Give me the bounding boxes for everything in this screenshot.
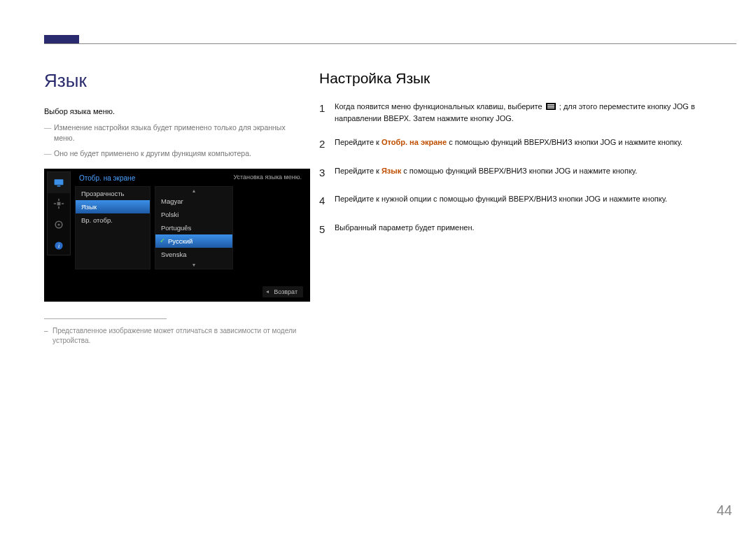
osd-lang-item-selected: Русский bbox=[155, 234, 232, 248]
header-accent-block bbox=[44, 35, 79, 43]
page-number: 44 bbox=[717, 503, 732, 519]
section-title-config: Настройка Язык bbox=[319, 70, 732, 87]
step-text-before: Выбранный параметр будет применен. bbox=[335, 223, 475, 232]
step-text: Выбранный параметр будет применен. bbox=[335, 222, 732, 234]
osd-menu-item-selected: Язык bbox=[76, 200, 150, 213]
svg-rect-6 bbox=[62, 203, 64, 204]
step: 4 Перейдите к нужной опции с помощью фун… bbox=[319, 193, 732, 209]
step-text: Перейдите к Язык с помощью функций ВВЕРХ… bbox=[335, 165, 732, 177]
menu-icon bbox=[546, 103, 556, 110]
svg-rect-0 bbox=[55, 179, 64, 185]
svg-rect-2 bbox=[57, 202, 61, 206]
osd-menu-item: Вр. отобр. bbox=[76, 213, 150, 227]
step-number: 2 bbox=[319, 136, 335, 153]
step-number: 5 bbox=[319, 222, 335, 238]
gear-icon bbox=[48, 214, 70, 235]
osd-lang-panel: ▴ Magyar Polski Português Русский Svensk… bbox=[155, 186, 233, 269]
step: 2 Перейдите к Отобр. на экране с помощью… bbox=[319, 136, 732, 153]
position-icon bbox=[48, 193, 70, 214]
osd-back-button: Возврат bbox=[262, 286, 303, 297]
monitor-icon bbox=[48, 172, 70, 193]
step-text-after: с помощью функций ВВЕРХ/ВНИЗ кнопки JOG … bbox=[449, 138, 682, 146]
svg-point-8 bbox=[57, 223, 59, 225]
step: 5 Выбранный параметр будет применен. bbox=[319, 222, 732, 238]
right-column: Настройка Язык 1 Когда появится меню фун… bbox=[319, 70, 732, 250]
svg-rect-14 bbox=[547, 108, 554, 108]
osd-menu-item: Прозрачность bbox=[76, 187, 150, 200]
osd-menu-panel: Прозрачность Язык Вр. отобр. bbox=[75, 186, 150, 269]
svg-rect-13 bbox=[547, 106, 554, 106]
step-text: Перейдите к нужной опции с помощью функц… bbox=[335, 193, 732, 205]
osd-lang-item: Magyar bbox=[155, 195, 232, 208]
step-text-before: Когда появится меню функциональных клави… bbox=[335, 102, 545, 111]
step-text-after: с помощью функций ВВЕРХ/ВНИЗ кнопки JOG … bbox=[403, 167, 637, 175]
step-accent: Отобр. на экране bbox=[382, 138, 447, 146]
svg-rect-12 bbox=[547, 104, 554, 105]
svg-text:i: i bbox=[58, 243, 59, 249]
svg-rect-4 bbox=[58, 206, 59, 209]
osd-screenshot: i Отобр. на экране Установка языка меню.… bbox=[44, 169, 310, 302]
footnote-divider bbox=[44, 318, 167, 319]
svg-rect-1 bbox=[57, 185, 61, 187]
left-column: Язык Выбор языка меню. Изменение настрой… bbox=[44, 70, 300, 346]
osd-lang-item: Português bbox=[155, 221, 232, 234]
svg-rect-5 bbox=[54, 203, 56, 204]
osd-lang-item: Polski bbox=[155, 208, 232, 221]
step-number: 4 bbox=[319, 193, 335, 209]
osd-sidebar: i bbox=[47, 171, 71, 255]
step-text-before: Перейдите к bbox=[335, 138, 382, 146]
footnote: Представленное изображение может отличат… bbox=[44, 326, 300, 346]
step-text-before: Перейдите к bbox=[335, 167, 382, 175]
step-number: 3 bbox=[319, 165, 335, 181]
step: 1 Когда появится меню функциональных кла… bbox=[319, 101, 732, 124]
info-icon: i bbox=[48, 235, 70, 256]
desc-main: Выбор языка меню. bbox=[44, 107, 300, 115]
step-text-before: Перейдите к нужной опции с помощью функц… bbox=[335, 195, 667, 203]
desc-sub-1: Изменение настройки языка будет применен… bbox=[44, 122, 300, 143]
osd-lang-item: Svenska bbox=[155, 248, 232, 261]
desc-sub-2: Оно не будет применено к другим функциям… bbox=[44, 148, 300, 159]
step-accent: Язык bbox=[382, 167, 401, 175]
header-rule bbox=[44, 43, 736, 44]
steps-list: 1 Когда появится меню функциональных кла… bbox=[319, 101, 732, 237]
svg-rect-3 bbox=[58, 199, 59, 201]
step-text: Перейдите к Отобр. на экране с помощью ф… bbox=[335, 136, 732, 148]
step: 3 Перейдите к Язык с помощью функций ВВЕ… bbox=[319, 165, 732, 181]
step-number: 1 bbox=[319, 101, 335, 117]
osd-hint: Установка языка меню. bbox=[225, 174, 302, 181]
section-title-language: Язык bbox=[44, 70, 300, 92]
step-text: Когда появится меню функциональных клави… bbox=[335, 101, 732, 124]
osd-scroll-down-icon: ▾ bbox=[155, 261, 232, 269]
osd-scroll-up-icon: ▴ bbox=[155, 187, 232, 195]
